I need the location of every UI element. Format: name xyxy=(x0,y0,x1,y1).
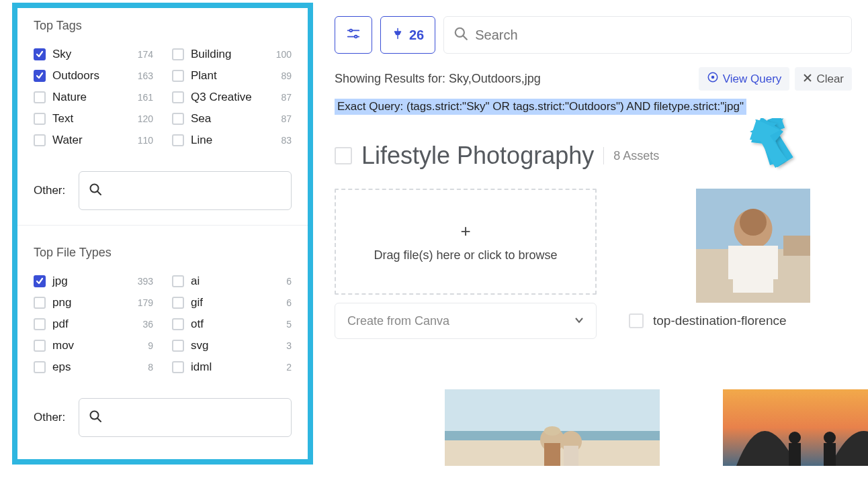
asset-thumbnail[interactable] xyxy=(445,389,660,466)
filetype-filter-row[interactable]: jpg393 xyxy=(34,275,153,288)
pinned-button[interactable]: 26 xyxy=(380,16,435,54)
filetype-filter-row[interactable]: ai6 xyxy=(172,275,292,288)
filetype-filter-checkbox[interactable] xyxy=(172,318,184,330)
chevron-down-icon xyxy=(574,314,584,328)
search-icon xyxy=(453,26,468,44)
main-content: 26 Showing Results for: Sky,Outdoors,jpg… xyxy=(335,16,868,339)
tag-filter-count: 87 xyxy=(271,92,292,103)
filetype-filter-checkbox[interactable] xyxy=(172,361,184,373)
tag-filter-count: 163 xyxy=(133,70,153,81)
filetype-filter-row[interactable]: otf5 xyxy=(172,318,292,331)
filetype-filter-checkbox[interactable] xyxy=(172,340,184,352)
asset-checkbox[interactable] xyxy=(629,313,644,328)
tag-filter-checkbox[interactable] xyxy=(172,134,184,146)
filetype-filter-row[interactable]: pdf36 xyxy=(34,318,153,331)
svg-rect-21 xyxy=(768,246,778,279)
filetype-filter-checkbox[interactable] xyxy=(34,340,46,352)
filetype-filter-label: otf xyxy=(191,318,265,331)
filetype-filter-row[interactable]: svg3 xyxy=(172,339,292,352)
svg-point-34 xyxy=(824,432,836,444)
filetype-filter-checkbox[interactable] xyxy=(34,297,46,309)
tag-filter-row[interactable]: Outdoors163 xyxy=(34,69,153,83)
filetypes-other-row: Other: xyxy=(34,398,292,437)
tag-filter-count: 87 xyxy=(271,113,292,124)
tag-filter-row[interactable]: Q3 Creative87 xyxy=(172,91,292,104)
filetype-filter-checkbox[interactable] xyxy=(172,297,184,309)
filter-toggle-button[interactable] xyxy=(335,16,372,54)
drop-zone[interactable]: + Drag file(s) here or click to browse xyxy=(335,189,597,295)
svg-rect-19 xyxy=(733,246,773,293)
tag-filter-row[interactable]: Sky174 xyxy=(34,48,153,61)
filetype-filter-row[interactable]: gif6 xyxy=(172,296,292,309)
filetype-filter-row[interactable]: png179 xyxy=(34,296,153,309)
svg-point-7 xyxy=(355,35,357,38)
tags-other-input[interactable] xyxy=(79,171,292,210)
filetypes-other-field[interactable] xyxy=(109,411,281,424)
tag-filter-count: 89 xyxy=(271,70,292,81)
showing-results-text: Showing Results for: Sky,Outdoors,jpg xyxy=(335,72,692,86)
tag-filter-checkbox[interactable] xyxy=(34,91,46,103)
filetype-filter-count: 6 xyxy=(271,297,292,308)
tags-columns: Sky174Outdoors163Nature161Text120Water11… xyxy=(34,48,292,155)
tag-filter-checkbox[interactable] xyxy=(34,113,46,125)
select-all-checkbox[interactable] xyxy=(335,147,352,164)
exact-query-row: Exact Query: (tags.strict:"Sky" OR tags.… xyxy=(335,99,868,115)
tag-filter-checkbox[interactable] xyxy=(172,48,184,60)
svg-point-18 xyxy=(740,209,767,236)
tag-filter-checkbox[interactable] xyxy=(34,70,46,82)
eye-icon xyxy=(707,71,719,87)
tag-filter-row[interactable]: Building100 xyxy=(172,48,292,61)
filetype-filter-checkbox[interactable] xyxy=(34,318,46,330)
tag-filter-checkbox[interactable] xyxy=(172,70,184,82)
filetype-filter-row[interactable]: eps8 xyxy=(34,360,153,374)
close-icon xyxy=(803,72,812,86)
asset-thumbnail[interactable] xyxy=(696,189,810,303)
filetype-filter-label: png xyxy=(52,296,126,309)
tag-filter-checkbox[interactable] xyxy=(34,48,46,60)
tag-filter-row[interactable]: Text120 xyxy=(34,112,153,126)
canva-dropdown-label: Create from Canva xyxy=(347,314,449,328)
search-box[interactable] xyxy=(443,16,852,54)
search-icon xyxy=(89,409,102,426)
tag-filter-row[interactable]: Water110 xyxy=(34,134,153,147)
tag-filter-row[interactable]: Sea87 xyxy=(172,112,292,126)
tag-filter-label: Sea xyxy=(191,112,265,126)
tag-filter-checkbox[interactable] xyxy=(34,134,46,146)
sliders-icon xyxy=(346,26,361,44)
tag-filter-checkbox[interactable] xyxy=(172,113,184,125)
search-toolbar: 26 xyxy=(335,16,868,54)
asset-thumbnail[interactable] xyxy=(723,389,868,466)
clear-button[interactable]: Clear xyxy=(795,67,852,91)
filetype-filter-label: pdf xyxy=(52,318,126,331)
filetype-filter-checkbox[interactable] xyxy=(172,275,184,287)
canva-dropdown[interactable]: Create from Canva xyxy=(335,303,597,339)
filetype-filter-count: 36 xyxy=(133,319,153,330)
svg-rect-17 xyxy=(783,236,810,256)
filetype-filter-row[interactable]: idml2 xyxy=(172,360,292,374)
upload-card: + Drag file(s) here or click to browse C… xyxy=(335,189,597,339)
filetype-filter-count: 6 xyxy=(271,276,292,287)
filetypes-columns: jpg393png179pdf36mov9eps8 ai6gif6otf5svg… xyxy=(34,275,292,382)
filetype-filter-count: 3 xyxy=(271,340,292,351)
tags-other-field[interactable] xyxy=(109,185,281,197)
filetype-filter-checkbox[interactable] xyxy=(34,275,46,287)
tag-filter-row[interactable]: Nature161 xyxy=(34,91,153,104)
query-actions: View Query Clear xyxy=(699,67,852,91)
tag-filter-row[interactable]: Line83 xyxy=(172,134,292,147)
filetype-filter-count: 8 xyxy=(133,362,153,373)
tags-other-row: Other: xyxy=(34,171,292,210)
results-summary-row: Showing Results for: Sky,Outdoors,jpg Vi… xyxy=(335,67,868,91)
tag-filter-label: Outdoors xyxy=(52,69,126,83)
asset-card[interactable]: top-destination-florence xyxy=(629,189,837,328)
svg-rect-20 xyxy=(728,246,738,279)
assets-row-2 xyxy=(335,389,868,466)
filetype-filter-row[interactable]: mov9 xyxy=(34,339,153,352)
view-query-button[interactable]: View Query xyxy=(699,67,790,91)
top-filetypes-heading: Top File Types xyxy=(34,246,292,260)
tag-filter-checkbox[interactable] xyxy=(172,91,184,103)
filetype-filter-checkbox[interactable] xyxy=(34,361,46,373)
search-input[interactable] xyxy=(475,28,842,43)
filetypes-other-input[interactable] xyxy=(79,398,292,437)
divider xyxy=(17,225,308,226)
tag-filter-row[interactable]: Plant89 xyxy=(172,69,292,83)
